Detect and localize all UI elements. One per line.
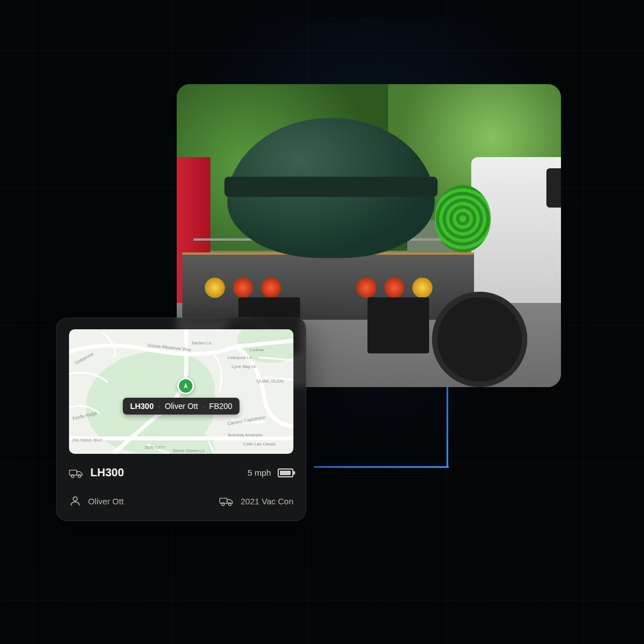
- map-label: Lyne Bay Dr: [232, 364, 256, 369]
- vehicle-tracking-card: SUN CITY QUAIL GLEN Firefly Ridge Del We…: [56, 318, 306, 521]
- map-view[interactable]: SUN CITY QUAIL GLEN Firefly Ridge Del We…: [69, 329, 293, 454]
- map-label: Ludlow: [250, 347, 264, 352]
- tooltip-tag: FB200: [209, 402, 232, 411]
- card-secondary-row: Oliver Ott 2021 Vac Con: [69, 495, 293, 507]
- map-label: QUAIL GLEN: [256, 379, 283, 384]
- map-label: Tarden Ln: [191, 341, 211, 346]
- vehicle-model: 2021 Vac Con: [241, 496, 293, 506]
- map-label: SUN CITY: [145, 445, 165, 450]
- map-label: Liverpool Ln: [227, 355, 252, 360]
- person-icon: [69, 495, 81, 507]
- truck-icon: [219, 495, 234, 507]
- map-label: Stone Green Ln: [173, 448, 204, 453]
- map-label: Calle Las Casas: [243, 441, 275, 447]
- vehicle-location-pin[interactable]: [177, 378, 194, 394]
- tooltip-driver: Oliver Ott: [165, 402, 198, 411]
- svg-point-3: [73, 497, 77, 501]
- vehicle-id: LH300: [90, 466, 124, 479]
- navigation-arrow-icon: [182, 382, 190, 390]
- card-primary-row: LH300 5 mph: [69, 466, 293, 479]
- accent-line-horizontal: [314, 466, 449, 468]
- tooltip-vehicle-id: LH300: [130, 402, 154, 411]
- battery-icon: [278, 468, 293, 477]
- vehicle-pin-tooltip[interactable]: LH300 · Oliver Ott · FB200: [123, 398, 240, 415]
- driver-name: Oliver Ott: [88, 496, 123, 506]
- vehicle-speed: 5 mph: [247, 468, 271, 477]
- accent-line-vertical: [447, 386, 448, 468]
- map-label: Del Webb Blvd: [72, 438, 102, 443]
- map-label: Avenida Alvarado: [228, 433, 263, 438]
- truck-icon: [69, 467, 84, 479]
